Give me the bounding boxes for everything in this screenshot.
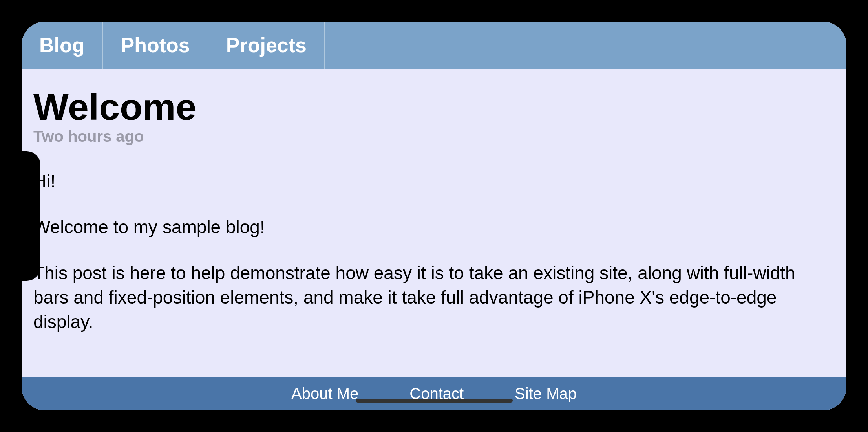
device-frame: Blog Photos Projects Welcome Two hours a… xyxy=(12,12,856,420)
post-body: Hi! Welcome to my sample blog! This post… xyxy=(33,169,835,334)
footer-link-sitemap[interactable]: Site Map xyxy=(515,385,577,403)
main-content: Welcome Two hours ago Hi! Welcome to my … xyxy=(22,69,846,367)
top-nav: Blog Photos Projects xyxy=(22,22,846,69)
post-title: Welcome xyxy=(33,88,835,126)
home-indicator[interactable] xyxy=(356,399,513,403)
post-paragraph: Welcome to my sample blog! xyxy=(33,215,835,239)
nav-item-blog[interactable]: Blog xyxy=(22,22,103,69)
footer-link-about[interactable]: About Me xyxy=(291,385,358,403)
nav-item-photos[interactable]: Photos xyxy=(103,22,208,69)
post-paragraph: Hi! xyxy=(33,169,835,193)
device-button-top xyxy=(169,9,236,12)
post-paragraph: This post is here to help demonstrate ho… xyxy=(33,261,835,334)
post-timestamp: Two hours ago xyxy=(33,128,835,145)
device-button-bottom-2 xyxy=(169,420,216,423)
nav-item-projects[interactable]: Projects xyxy=(208,22,325,69)
device-screen: Blog Photos Projects Welcome Two hours a… xyxy=(22,22,846,410)
device-notch xyxy=(22,151,40,281)
device-button-bottom-1 xyxy=(102,420,149,423)
bottom-bar: About Me Contact Site Map xyxy=(22,377,846,410)
